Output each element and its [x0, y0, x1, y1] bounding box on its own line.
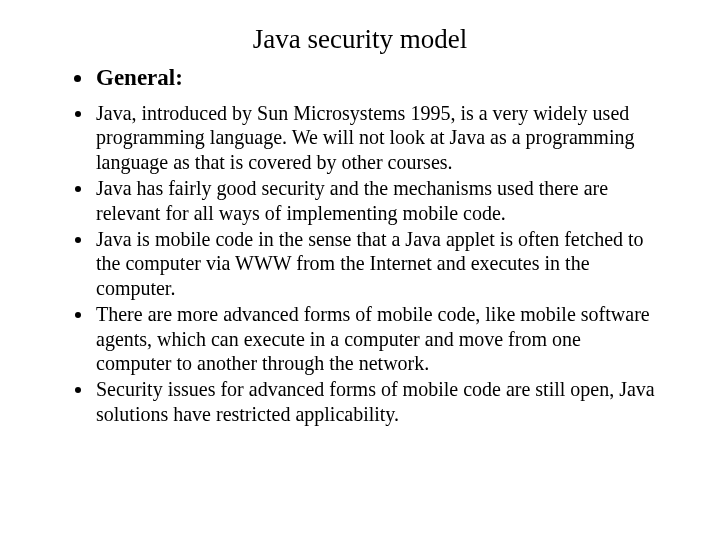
- list-item: Java has fairly good security and the me…: [94, 176, 660, 225]
- list-item: Java, introduced by Sun Microsystems 199…: [94, 101, 660, 174]
- slide: Java security model General: Java, intro…: [0, 0, 720, 540]
- list-item: Java is mobile code in the sense that a …: [94, 227, 660, 300]
- list-item: Security issues for advanced forms of mo…: [94, 377, 660, 426]
- slide-title: Java security model: [60, 24, 660, 55]
- section-heading: General:: [94, 65, 660, 91]
- heading-list: General:: [60, 65, 660, 91]
- list-item: There are more advanced forms of mobile …: [94, 302, 660, 375]
- body-list: Java, introduced by Sun Microsystems 199…: [60, 101, 660, 426]
